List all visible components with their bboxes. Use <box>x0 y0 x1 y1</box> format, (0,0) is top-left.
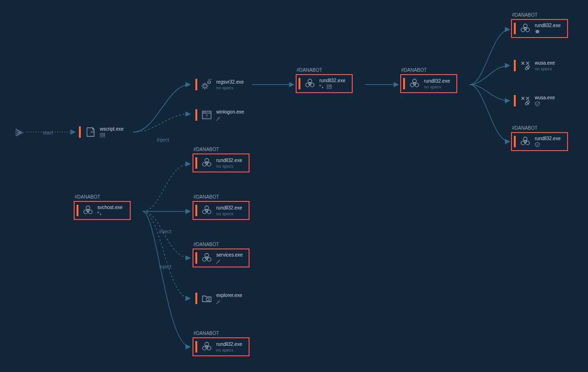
tools-icon <box>520 95 531 106</box>
node-sub: no specs <box>216 211 242 216</box>
netarrow-icon <box>97 211 103 216</box>
node-title: winlogon.exe <box>216 109 244 114</box>
node-rundll32-3[interactable]: #DANABOT rundll32.exe no specs <box>193 153 250 172</box>
node-title: rundll32.exe <box>216 205 242 210</box>
biohazard-icon <box>201 341 212 353</box>
syringe-icon <box>216 115 222 121</box>
window-icon <box>201 109 212 121</box>
node-wscript[interactable]: wscript.exe <box>76 123 133 142</box>
exe-badge-icon <box>327 84 332 89</box>
gears-icon <box>201 79 212 90</box>
node-title: svchost.exe <box>97 205 123 210</box>
node-winlogon[interactable]: winlogon.exe <box>193 105 250 124</box>
biohazard-icon <box>520 23 531 34</box>
node-title: rundll32.exe <box>216 342 242 347</box>
play-start-icon <box>14 127 25 138</box>
node-regsvr32[interactable]: regsvr32.exe no specs <box>193 75 250 94</box>
danabot-tag: #DANABOT <box>193 194 219 200</box>
node-title: rundll32.exe <box>319 78 345 83</box>
exe-badge-icon <box>100 133 105 138</box>
biohazard-icon <box>304 78 316 89</box>
node-rundll32-4[interactable]: #DANABOT rundll32.exe no specs <box>193 201 250 220</box>
inject-label-3: inject <box>159 264 172 269</box>
node-explorer[interactable]: explorer.exe <box>193 289 250 308</box>
danabot-tag: #DANABOT <box>75 194 100 200</box>
node-sub: no specs <box>535 67 555 71</box>
node-rundll32-1[interactable]: #DANABOT rundll32.exe <box>296 74 353 93</box>
node-title: regsvr32.exe <box>216 79 244 85</box>
inject-label-2: inject <box>159 229 172 234</box>
netarrow-icon <box>319 84 325 89</box>
danabot-tag: #DANABOT <box>193 242 219 247</box>
danabot-tag: #DANABOT <box>512 125 538 131</box>
shield-icon <box>535 142 540 147</box>
shield-icon <box>535 101 540 106</box>
node-wusa-1[interactable]: wusa.exe no specs <box>511 56 568 75</box>
node-title: explorer.exe <box>216 293 242 298</box>
node-title: wusa.exe <box>535 95 555 100</box>
danabot-tag: #DANABOT <box>401 67 427 73</box>
script-icon <box>85 126 96 138</box>
danabot-tag: #DANABOT <box>193 331 219 336</box>
node-sub: no specs <box>424 85 450 89</box>
node-title: rundll32.exe <box>535 23 560 28</box>
biohazard-icon <box>201 252 212 264</box>
danabot-tag: #DANABOT <box>512 12 538 18</box>
syringe-icon <box>216 258 222 264</box>
start-label: start <box>43 130 53 135</box>
node-sub: no specs <box>216 86 244 90</box>
node-title: wusa.exe <box>535 60 555 66</box>
node-svchost[interactable]: #DANABOT svchost.exe <box>74 201 131 220</box>
biohazard-icon <box>82 205 94 216</box>
danabot-tag: #DANABOT <box>297 67 322 73</box>
node-title: rundll32.exe <box>424 78 450 84</box>
biohazard-icon <box>201 205 212 216</box>
biohazard-icon <box>409 78 420 89</box>
bug-icon <box>535 29 540 34</box>
node-title: rundll32.exe <box>535 136 560 141</box>
node-title: rundll32.exe <box>216 158 242 163</box>
node-rundll32-bot[interactable]: #DANABOT rundll32.exe <box>511 132 568 151</box>
tools-icon <box>520 60 531 71</box>
node-rundll32-2[interactable]: #DANABOT rundll32.exe no specs <box>400 74 457 93</box>
node-services[interactable]: #DANABOT services.exe <box>193 248 250 267</box>
syringe-icon <box>216 299 222 304</box>
danabot-tag: #DANABOT <box>193 147 219 152</box>
node-sub: no specs <box>216 348 242 353</box>
folder-icon <box>201 293 212 304</box>
node-sub: no specs <box>216 164 242 169</box>
diagram-canvas: start inject inject inject wscript.exe r… <box>0 0 588 372</box>
biohazard-icon <box>201 157 212 169</box>
node-title: services.exe <box>216 252 243 258</box>
node-rundll32-top[interactable]: #DANABOT rundll32.exe <box>511 19 568 38</box>
node-rundll32-5[interactable]: #DANABOT rundll32.exe no specs <box>193 337 250 356</box>
node-title: wscript.exe <box>100 126 124 132</box>
inject-label-1: inject <box>157 137 169 143</box>
node-wusa-2[interactable]: wusa.exe <box>511 91 568 110</box>
biohazard-icon <box>520 136 531 147</box>
